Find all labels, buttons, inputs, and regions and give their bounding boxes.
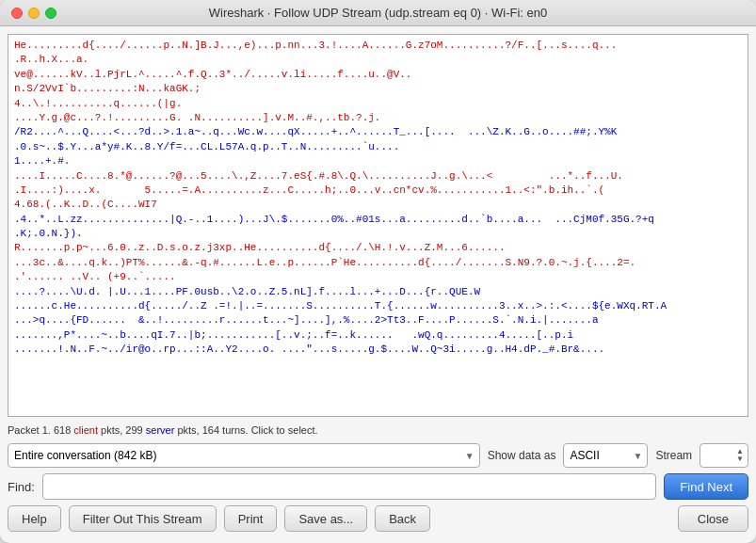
stream-label: Stream: [655, 449, 692, 462]
traffic-lights: [11, 8, 56, 19]
client-label: client: [73, 424, 98, 436]
stream-decrement-button[interactable]: ▼: [736, 455, 744, 463]
stream-line: 1....+.#.: [14, 154, 742, 168]
stream-line: ......c.He..........d{...../..Z .=!.|..=…: [14, 299, 742, 313]
stream-line: ....?....\U.d. |.U...1....PF.0usb..\2.o.…: [14, 285, 742, 299]
stream-line: He.........d{..../......p..N.]B.J...,e).…: [14, 39, 742, 53]
stream-line: 4.68.(..K..D..(C....WI7: [14, 198, 742, 212]
buttons-row: Help Filter Out This Stream Print Save a…: [8, 505, 748, 535]
encoding-select[interactable]: ASCII: [563, 443, 648, 468]
stream-line: .......,P*....~..b....qI.7..|b;.........…: [14, 328, 742, 343]
controls-row: Entire conversation (842 kB) ▼ Show data…: [8, 443, 748, 468]
stream-line: ve@......kV..l.PjrL.^.....^.f.Q..3*../..…: [14, 68, 742, 82]
stream-spinner: 0 ▲ ▼: [700, 443, 748, 468]
stream-line: .4..*..L.zz..............|Q.-..1....)...…: [14, 213, 742, 227]
maximize-window-button[interactable]: [45, 8, 56, 19]
stream-line: R.......p.p~...6.0..z..D.s.o.z.j3xp..He.…: [14, 241, 742, 255]
stream-line: .0.s~..$.Y...a*y#.K..8.Y/f=...CL.L57A.q.…: [14, 140, 742, 154]
filter-out-button[interactable]: Filter Out This Stream: [69, 505, 217, 532]
conversation-select-wrapper: Entire conversation (842 kB) ▼: [8, 443, 480, 468]
titlebar: Wireshark · Follow UDP Stream (udp.strea…: [0, 0, 756, 26]
stream-line: .......!.N..F.~../ir@o..rp...::A..Y2....…: [14, 343, 742, 357]
show-data-as-label: Show data as: [488, 449, 556, 462]
main-window: Wireshark · Follow UDP Stream (udp.strea…: [0, 0, 756, 543]
stream-line: .I....:)....x. 5.....=.A..........z...C.…: [14, 184, 742, 198]
stream-line: /R2....^...Q....<...?d..>.1.a~..q...Wc.w…: [14, 125, 742, 139]
back-button[interactable]: Back: [375, 505, 430, 532]
minimize-window-button[interactable]: [28, 8, 40, 19]
print-button[interactable]: Print: [224, 505, 278, 532]
stream-line: .'...... ..V.. (+9..`.....: [14, 270, 742, 284]
main-content: He.........d{..../......p..N.]B.J...,e).…: [0, 26, 756, 543]
status-text-prefix: Packet 1. 618: [8, 424, 73, 436]
stream-text-area[interactable]: He.........d{..../......p..N.]B.J...,e).…: [8, 34, 748, 417]
window-title: Wireshark · Follow UDP Stream (udp.strea…: [209, 6, 548, 20]
stream-line: .K;.0.N.}).: [14, 227, 742, 241]
stream-line: ...>q....{FD...... &..!.........r......t…: [14, 313, 742, 327]
stream-line: 4..\.!..........q......(|g.: [14, 97, 742, 111]
status-bar: Packet 1. 618 client pkts, 299 server pk…: [8, 423, 748, 438]
stream-line: n.S/2VvI`b.........:N...kaGK.;: [14, 82, 742, 96]
find-input[interactable]: [42, 473, 656, 500]
stream-spinner-arrows: ▲ ▼: [736, 448, 744, 463]
server-label: server: [146, 424, 175, 436]
find-next-button[interactable]: Find Next: [664, 473, 748, 500]
help-button[interactable]: Help: [8, 505, 61, 532]
close-button[interactable]: Close: [678, 505, 748, 532]
stream-line: ....Y.g.@c...?.!.........G. .N..........…: [14, 111, 742, 125]
encoding-select-wrapper: ASCII ▼: [563, 443, 648, 468]
stream-line: ....I.....C....8.*@......?@...5....\.,Z.…: [14, 169, 742, 184]
stream-line: ...3c..&....q.k..)PT%......&.-q.#......L…: [14, 256, 742, 270]
stream-line: .R..h.X...a.: [14, 53, 742, 67]
conversation-select[interactable]: Entire conversation (842 kB): [8, 443, 480, 468]
status-text-middle: pkts, 299: [98, 424, 146, 436]
find-row: Find: Find Next: [8, 473, 748, 500]
save-as-button[interactable]: Save as...: [284, 505, 367, 532]
status-text-end: pkts, 164 turns. Click to select.: [174, 424, 317, 436]
close-window-button[interactable]: [11, 8, 23, 19]
stream-value-input[interactable]: 0: [704, 449, 732, 462]
find-label: Find:: [8, 480, 35, 494]
